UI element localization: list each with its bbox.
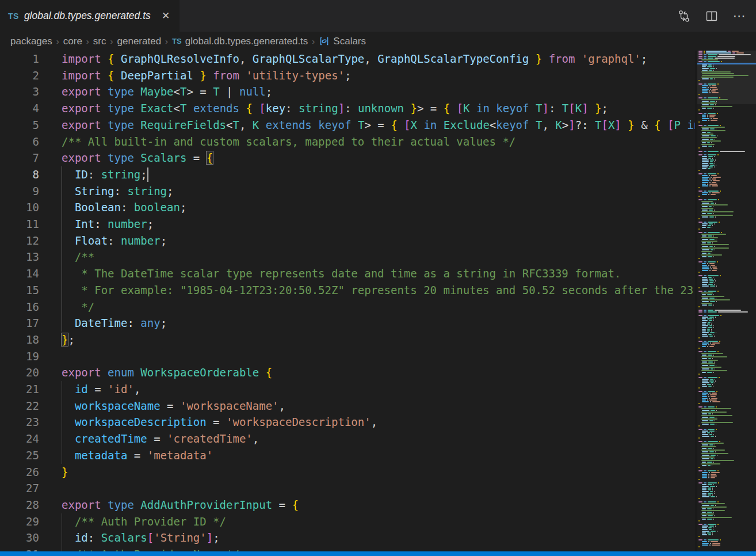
- minimap-line: [698, 175, 718, 176]
- code-line[interactable]: 12 Float: number;: [0, 233, 695, 249]
- line-number[interactable]: 24: [0, 431, 39, 447]
- minimap-line: [698, 353, 724, 354]
- code-line[interactable]: 11 Int: number;: [0, 216, 695, 233]
- line-number[interactable]: 20: [0, 364, 39, 381]
- minimap-line: [698, 232, 723, 233]
- line-number[interactable]: 17: [0, 315, 39, 332]
- code-line[interactable]: 1import { GraphQLResolveInfo, GraphQLSca…: [0, 51, 695, 67]
- code-line[interactable]: 28export type AddAuthProviderInput = {: [0, 497, 695, 513]
- minimap-line: [698, 463, 721, 464]
- minimap-line: [698, 161, 716, 162]
- line-number[interactable]: 10: [0, 199, 39, 216]
- line-number[interactable]: 9: [0, 183, 39, 200]
- line-number[interactable]: 1: [0, 51, 39, 67]
- code-line[interactable]: 2import { DeepPartial } from 'utility-ty…: [0, 67, 695, 84]
- code-line[interactable]: 6/** All built-in and custom scalars, ma…: [0, 134, 695, 150]
- code-text: export type RequireFields<T, K extends k…: [62, 117, 695, 134]
- code-line[interactable]: 17 DateTime: any;: [0, 315, 695, 332]
- breadcrumb-generated[interactable]: generated: [117, 36, 162, 47]
- code-text: Int: number;: [62, 216, 154, 233]
- line-number[interactable]: 22: [0, 398, 39, 414]
- line-number[interactable]: 6: [0, 134, 39, 150]
- line-number[interactable]: 26: [0, 464, 39, 481]
- line-number[interactable]: 2: [0, 67, 39, 84]
- code-line[interactable]: 8 ID: string;: [0, 166, 695, 183]
- line-number[interactable]: 11: [0, 216, 39, 233]
- code-text: * For example: "1985-04-12T23:20:50.52Z"…: [62, 282, 695, 299]
- line-number[interactable]: 19: [0, 348, 39, 365]
- code-text: import { DeepPartial } from 'utility-typ…: [62, 67, 351, 84]
- breadcrumb-filename[interactable]: global.db.types.generated.ts: [185, 36, 308, 47]
- line-number[interactable]: 28: [0, 497, 39, 513]
- line-number[interactable]: 31: [0, 546, 39, 551]
- split-editor-icon[interactable]: [702, 6, 721, 26]
- code-line[interactable]: 3export type Maybe<T> = T | null;: [0, 83, 695, 100]
- code-line[interactable]: 13 /**: [0, 249, 695, 265]
- code-line[interactable]: 25 metadata = 'metadata': [0, 447, 695, 464]
- minimap-line: [698, 52, 745, 54]
- open-changes-icon[interactable]: [674, 6, 694, 26]
- code-line[interactable]: 20export enum WorkspaceOrderable {: [0, 364, 695, 381]
- line-number[interactable]: 12: [0, 233, 39, 249]
- code-line[interactable]: 10 Boolean: boolean;: [0, 199, 695, 216]
- breadcrumb-src[interactable]: src: [93, 36, 106, 47]
- minimap-line: [698, 462, 715, 463]
- code-line[interactable]: 14 * The DateTime scalar type represents…: [0, 265, 695, 282]
- breadcrumb-packages[interactable]: packages: [10, 36, 52, 47]
- code-line[interactable]: 19: [0, 348, 695, 365]
- breadcrumb: packages › core › src › generated › TS g…: [0, 32, 756, 51]
- line-number[interactable]: 23: [0, 414, 39, 431]
- line-number[interactable]: 13: [0, 249, 39, 265]
- line-number[interactable]: 30: [0, 530, 39, 546]
- minimap-line: [698, 140, 722, 142]
- code-line[interactable]: 7export type Scalars = {: [0, 150, 695, 166]
- line-number[interactable]: 5: [0, 117, 39, 134]
- status-bar[interactable]: [0, 551, 756, 556]
- minimap-line: [698, 159, 717, 161]
- line-number[interactable]: 15: [0, 282, 39, 299]
- minimap-line: [698, 403, 701, 404]
- code-line[interactable]: 21 id = 'id',: [0, 381, 695, 398]
- code-line[interactable]: 9 String: string;: [0, 183, 695, 200]
- breadcrumb-symbol-scalars[interactable]: Scalars: [333, 36, 366, 47]
- code-line[interactable]: 23 workspaceDescription = 'workspaceDesc…: [0, 414, 695, 431]
- code-line[interactable]: 30 id: Scalars['String'];: [0, 530, 695, 546]
- code-line[interactable]: 31 /** Auth Provider Name */: [0, 546, 695, 551]
- line-number[interactable]: 27: [0, 480, 39, 497]
- minimap-current-line-highlight: [697, 63, 756, 64]
- minimap-line: [698, 539, 722, 540]
- minimap[interactable]: [697, 51, 756, 551]
- line-number[interactable]: 14: [0, 265, 39, 282]
- code-editor[interactable]: 1import { GraphQLResolveInfo, GraphQLSca…: [0, 51, 695, 551]
- breadcrumb-core[interactable]: core: [63, 36, 82, 47]
- code-line[interactable]: 26}: [0, 464, 695, 481]
- code-line[interactable]: 24 createdTime = 'createdTime',: [0, 431, 695, 447]
- code-line[interactable]: 18};: [0, 332, 695, 348]
- line-number[interactable]: 3: [0, 83, 39, 100]
- line-number[interactable]: 4: [0, 100, 39, 117]
- minimap-line: [698, 173, 720, 174]
- code-line[interactable]: 4export type Exact<T extends { [key: str…: [0, 100, 695, 117]
- minimap-line: [698, 434, 715, 435]
- minimap-line: [698, 453, 730, 454]
- code-line[interactable]: 15 * For example: "1985-04-12T23:20:50.5…: [0, 282, 695, 299]
- breadcrumb-separator: ›: [110, 36, 113, 46]
- code-line[interactable]: 29 /** Auth Provider ID */: [0, 513, 695, 530]
- minimap-line: [698, 477, 716, 478]
- line-number[interactable]: 29: [0, 513, 39, 530]
- code-line[interactable]: 27: [0, 480, 695, 497]
- minimap-line: [698, 287, 701, 288]
- close-tab-icon[interactable]: ✕: [159, 9, 173, 23]
- line-number[interactable]: 8: [0, 166, 39, 183]
- line-number[interactable]: 25: [0, 447, 39, 464]
- code-line[interactable]: 5export type RequireFields<T, K extends …: [0, 117, 695, 134]
- line-number[interactable]: 16: [0, 299, 39, 315]
- line-number[interactable]: 7: [0, 150, 39, 166]
- more-actions-icon[interactable]: ⋯: [730, 6, 749, 26]
- line-number[interactable]: 18: [0, 332, 39, 348]
- code-line[interactable]: 22 workspaceName = 'workspaceName',: [0, 398, 695, 414]
- code-line[interactable]: 16 */: [0, 299, 695, 315]
- minimap-line: [698, 322, 713, 323]
- tab-global-db-types[interactable]: TS global.db.types.generated.ts ✕: [0, 0, 180, 32]
- line-number[interactable]: 21: [0, 381, 39, 398]
